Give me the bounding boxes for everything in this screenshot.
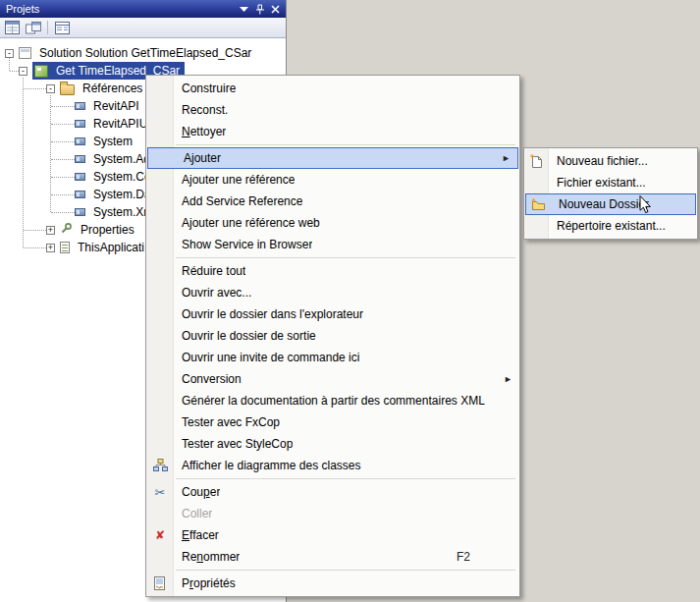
expander-icon[interactable]: - xyxy=(46,84,55,93)
menu-item-label: Conversion xyxy=(174,372,242,386)
menu-item-nouveau-dossier[interactable]: Nouveau Dossier xyxy=(525,193,696,215)
expander-icon[interactable]: - xyxy=(5,49,14,58)
details-view-icon xyxy=(55,22,70,34)
panel-titlebar[interactable]: Projets xyxy=(0,0,286,18)
references-folder-icon xyxy=(60,84,75,95)
menu-item-proprietes[interactable]: Propriétés xyxy=(146,573,519,594)
split-panes-icon xyxy=(26,22,41,34)
menu-item-label: Effacer xyxy=(174,528,219,542)
reference-icon xyxy=(75,120,85,128)
reference-icon xyxy=(75,102,85,110)
menu-shortcut: F2 xyxy=(457,550,470,564)
menu-item-coller[interactable]: Coller xyxy=(146,503,519,524)
menu-item-label: Show Service in Browser xyxy=(174,238,312,251)
menu-item-renommer[interactable]: Renommer F2 xyxy=(146,546,519,568)
auto-hide-pin-button[interactable] xyxy=(252,2,267,16)
menu-item-label: Générer la documentation à partir des co… xyxy=(174,394,485,408)
menu-item-reduire-tout[interactable]: Réduire tout xyxy=(146,260,519,282)
menu-separator xyxy=(176,144,515,145)
class-diagram-icon xyxy=(146,459,174,472)
chevron-down-icon xyxy=(240,7,248,12)
menu-item-label: Construire xyxy=(174,82,236,95)
menu-item-label: Propriétés xyxy=(174,576,236,590)
menu-item-couper[interactable]: ✂ Couper xyxy=(146,481,519,503)
reference-icon xyxy=(75,208,85,216)
menu-item-label: Nouveau Dossier xyxy=(551,197,649,211)
tree-item-label: Properties xyxy=(78,222,137,238)
toolbar-separator xyxy=(47,21,48,34)
menu-item-label: Ouvrir le dossier dans l'explorateur xyxy=(174,307,363,321)
new-file-icon xyxy=(524,154,549,168)
menu-item-tester-fxcop[interactable]: Tester avec FxCop xyxy=(146,411,519,433)
expander-icon[interactable]: - xyxy=(19,67,27,76)
menu-separator xyxy=(176,570,515,571)
tree-item-label: System.Co xyxy=(90,169,154,185)
delete-icon: ✘ xyxy=(146,528,174,542)
menu-item-nettoyer[interactable]: Nettoyer xyxy=(146,121,519,142)
reference-icon xyxy=(75,155,85,163)
menu-item-add-service-reference[interactable]: Add Service Reference xyxy=(146,191,519,212)
menu-item-label: Tester avec StyleCop xyxy=(174,437,293,451)
menu-item-label: Ajouter une référence web xyxy=(174,216,320,230)
window-position-button[interactable] xyxy=(237,2,251,16)
menu-item-label: Afficher le diagramme des classes xyxy=(174,459,361,472)
tree-item-label: Solution Solution GetTimeElapsed_CSar xyxy=(36,45,254,61)
menu-item-label: Ouvrir une invite de commande ici xyxy=(174,351,359,364)
solution-icon xyxy=(19,47,31,59)
menu-item-effacer[interactable]: ✘ Effacer xyxy=(146,524,519,546)
menu-item-label: Ajouter une référence xyxy=(174,173,295,187)
menu-item-tester-stylecop[interactable]: Tester avec StyleCop xyxy=(146,433,519,455)
menu-item-ajouter-reference[interactable]: Ajouter une référence xyxy=(146,169,519,191)
menu-item-ouvrir-invite-commande[interactable]: Ouvrir une invite de commande ici xyxy=(146,347,519,368)
menu-item-label: Renommer xyxy=(174,550,240,564)
menu-item-label: Réduire tout xyxy=(174,264,245,278)
menu-item-fichier-existant[interactable]: Fichier existant... xyxy=(524,172,697,193)
tree-item-label: System.Ad xyxy=(90,151,153,167)
reference-icon xyxy=(75,137,85,145)
wrench-icon xyxy=(60,222,73,238)
tree-item-label: Références xyxy=(80,81,145,96)
menu-item-nouveau-fichier[interactable]: Nouveau fichier... xyxy=(524,150,697,172)
properties-window-button[interactable] xyxy=(2,19,23,37)
menu-item-ajouter-reference-web[interactable]: Ajouter une référence web xyxy=(146,212,519,234)
expander-icon[interactable]: + xyxy=(46,226,55,235)
tree-item-solution[interactable]: - Solution Solution GetTimeElapsed_CSar xyxy=(0,44,286,62)
menu-item-construire[interactable]: Construire xyxy=(146,78,519,99)
menu-item-label: Répertoire existant... xyxy=(549,219,666,233)
menu-item-ouvrir-dossier-explorateur[interactable]: Ouvrir le dossier dans l'explorateur xyxy=(146,303,519,325)
menu-item-label: Ajouter xyxy=(176,151,221,165)
menu-item-ouvrir-avec[interactable]: Ouvrir avec... xyxy=(146,282,519,303)
new-folder-icon xyxy=(526,198,551,211)
menu-item-label: Add Service Reference xyxy=(174,194,302,208)
panel-toolbar xyxy=(0,18,286,38)
menu-item-label: Ouvrir le dossier de sortie xyxy=(174,329,316,343)
menu-item-reconstruire[interactable]: Reconst. xyxy=(146,99,519,121)
context-menu: Construire Reconst. Nettoyer Ajouter ► A… xyxy=(145,75,520,597)
submenu-arrow-icon: ► xyxy=(502,153,511,163)
close-icon xyxy=(271,5,280,14)
properties-window-icon xyxy=(5,21,20,34)
submenu-arrow-icon: ► xyxy=(504,374,512,384)
menu-item-ouvrir-dossier-sortie[interactable]: Ouvrir le dossier de sortie xyxy=(146,325,519,347)
tree-item-label: System.Da xyxy=(90,187,154,202)
mouse-cursor xyxy=(639,195,652,215)
menu-item-afficher-diagramme-classes[interactable]: Afficher le diagramme des classes xyxy=(146,455,519,476)
menu-item-label: Tester avec FxCop xyxy=(174,415,280,429)
menu-item-conversion[interactable]: Conversion ► xyxy=(146,368,519,390)
expander-icon[interactable]: + xyxy=(46,244,55,252)
menu-item-label: Nouveau fichier... xyxy=(549,154,648,168)
details-view-button[interactable] xyxy=(52,19,73,37)
menu-item-ajouter[interactable]: Ajouter ► xyxy=(147,147,518,169)
pin-icon xyxy=(254,4,265,15)
menu-item-label: Ouvrir avec... xyxy=(174,286,251,300)
close-button[interactable] xyxy=(268,2,283,16)
scissors-icon: ✂ xyxy=(146,485,174,500)
split-panes-button[interactable] xyxy=(23,19,43,37)
menu-item-show-service-in-browser[interactable]: Show Service in Browser xyxy=(146,234,519,255)
menu-item-generer-documentation[interactable]: Générer la documentation à partir des co… xyxy=(146,390,519,411)
class-file-icon xyxy=(60,242,70,253)
menu-separator xyxy=(176,257,515,258)
menu-item-label: Nettoyer xyxy=(174,125,226,138)
menu-item-repertoire-existant[interactable]: Répertoire existant... xyxy=(524,215,697,237)
menu-separator xyxy=(176,478,515,479)
